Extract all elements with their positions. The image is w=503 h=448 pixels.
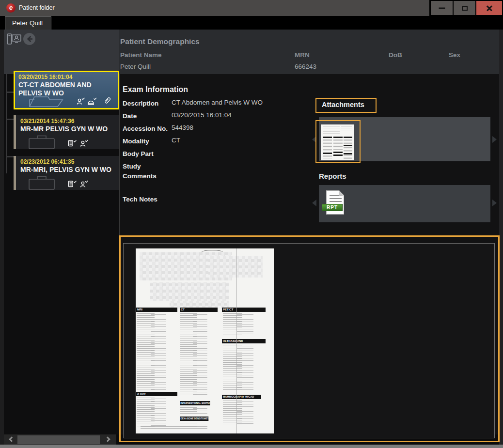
person-check-icon bbox=[80, 139, 89, 149]
attachments-heading: Attachments bbox=[322, 101, 364, 108]
open-folder-icon bbox=[28, 93, 64, 109]
bell-check-icon bbox=[87, 97, 97, 107]
sex-label: Sex bbox=[449, 51, 460, 59]
study-date: 03/21/2014 15:47:36 bbox=[20, 118, 116, 124]
reports-heading: Reports bbox=[319, 172, 346, 180]
patient-name-value: Peter Quill bbox=[120, 63, 151, 70]
document-check-icon bbox=[68, 180, 77, 189]
attachment-document-preview[interactable]: MRI X-RAY CT INTERVENTIONAL BIOPSY DEXA … bbox=[136, 248, 274, 433]
paperclip-icon bbox=[104, 96, 111, 107]
form-section-biopsy: INTERVENTIONAL BIOPSY bbox=[180, 401, 210, 405]
scroll-right-icon[interactable] bbox=[105, 436, 110, 442]
briefcase-icon bbox=[28, 134, 56, 151]
scroll-left-icon[interactable] bbox=[9, 436, 14, 442]
tab-bar: Peter Quill bbox=[0, 16, 503, 30]
form-fine-print bbox=[141, 426, 211, 430]
redacted-region bbox=[208, 256, 263, 278]
redacted-region bbox=[150, 282, 229, 301]
patient-name-label: Patient Name bbox=[120, 51, 162, 59]
mrn-value: 666243 bbox=[295, 63, 316, 70]
study-description: MR-MR PELVIS GYN W WO bbox=[20, 125, 116, 133]
document-fold-line bbox=[236, 248, 236, 433]
report-item-icon[interactable]: RPT bbox=[322, 190, 345, 216]
date-value: 03/20/2015 16:01:04 bbox=[172, 111, 232, 119]
back-button[interactable] bbox=[23, 32, 36, 47]
app-logo-icon: e bbox=[6, 3, 16, 13]
minimize-button[interactable] bbox=[431, 1, 453, 15]
briefcase-icon bbox=[28, 174, 56, 192]
patient-card-icon[interactable] bbox=[7, 33, 21, 47]
exam-info-heading: Exam Information bbox=[123, 85, 188, 94]
window-bottom-edge bbox=[0, 445, 503, 448]
mrn-label: MRN bbox=[295, 51, 310, 59]
window-title: Patient folder bbox=[19, 4, 55, 11]
form-section-ct: CT bbox=[180, 308, 218, 312]
study-comments-label: Study Comments bbox=[123, 162, 170, 181]
document-check-icon bbox=[68, 139, 77, 149]
patient-folder-window: e Patient folder Peter Quill Patient Dem… bbox=[0, 0, 503, 448]
form-section-dexa: DEXA BONE DENSITOMETRY bbox=[180, 417, 208, 421]
study-timeline bbox=[6, 73, 7, 173]
accession-value: 544398 bbox=[172, 124, 193, 131]
sidebar-horizontal-scrollbar[interactable] bbox=[4, 434, 116, 445]
minimize-icon bbox=[439, 7, 445, 9]
demographics-heading: Patient Demographics bbox=[120, 37, 200, 46]
description-value: CT Abdomen and Pelvis W WO bbox=[172, 99, 263, 106]
study-card-ct-abdomen[interactable]: 03/20/2015 16:01:04 CT-CT ABDOMEN AND PE… bbox=[14, 71, 119, 109]
form-section-petct: PET/CT bbox=[222, 308, 266, 312]
title-bar: e Patient folder bbox=[0, 0, 503, 16]
scrollbar-thumb[interactable] bbox=[17, 435, 100, 444]
dob-label: DoB bbox=[389, 51, 402, 59]
attachment-thumbnail[interactable] bbox=[321, 124, 354, 160]
window-frame-left bbox=[0, 30, 4, 445]
form-section-mammo: MAMMOGRAPHY W/CAD bbox=[222, 395, 261, 399]
study-card-mri-pelvis-2012[interactable]: 02/23/2012 06:41:35 MR-MRI, PELVIS GYN W… bbox=[14, 156, 119, 190]
form-section-mri: MRI bbox=[136, 308, 177, 312]
date-label: Date bbox=[123, 111, 170, 121]
study-date: 03/20/2015 16:01:04 bbox=[18, 74, 114, 80]
study-date: 02/23/2012 06:41:35 bbox=[20, 158, 116, 165]
maximize-icon bbox=[462, 6, 468, 11]
maximize-button[interactable] bbox=[454, 1, 475, 15]
tech-notes-label: Tech Notes bbox=[123, 195, 170, 204]
window-frame-right bbox=[499, 30, 503, 445]
form-section-ultrasound: ULTRASOUND bbox=[222, 339, 266, 343]
modality-label: Modality bbox=[123, 137, 170, 146]
description-label: Description bbox=[123, 99, 170, 108]
modality-value: CT bbox=[172, 137, 180, 144]
reports-scroll-right-icon[interactable] bbox=[492, 200, 497, 206]
study-description: MR-MRI, PELVIS GYN W WO bbox=[20, 166, 116, 174]
close-button[interactable] bbox=[476, 1, 502, 15]
accession-label: Accession No. bbox=[123, 124, 170, 134]
form-section-xray: X-RAY bbox=[136, 392, 177, 396]
tab-patient[interactable]: Peter Quill bbox=[5, 16, 51, 30]
rpt-badge: RPT bbox=[322, 204, 343, 211]
study-card-mr-pelvis-2014[interactable]: 03/21/2014 15:47:36 MR-MR PELVIS GYN W W… bbox=[14, 115, 119, 149]
body-part-label: Body Part bbox=[123, 149, 170, 159]
reports-scroll-left-icon[interactable] bbox=[312, 200, 316, 206]
person-check-icon bbox=[80, 180, 89, 190]
attachments-scroll-right-icon[interactable] bbox=[492, 136, 497, 143]
person-check-icon bbox=[77, 97, 85, 107]
